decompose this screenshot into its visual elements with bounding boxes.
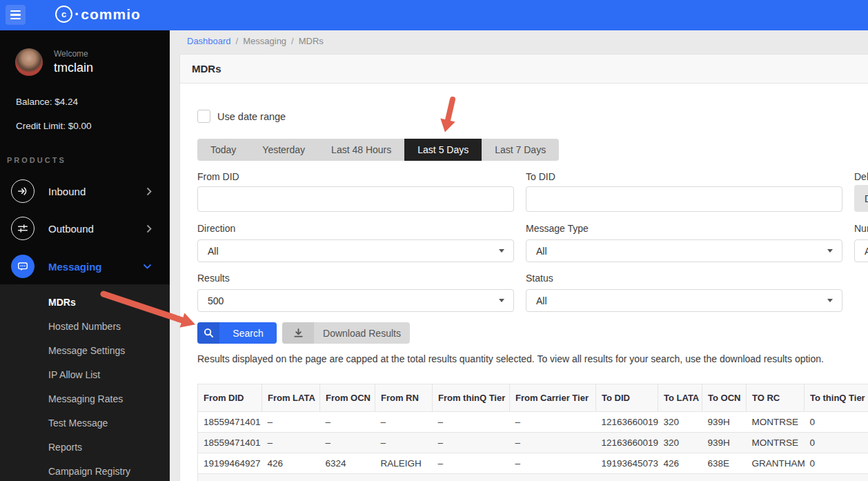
col-from-rn: From RN — [375, 384, 433, 412]
chevron-down-icon — [143, 264, 152, 269]
welcome-label: Welcome — [54, 49, 88, 59]
submenu-item-ip-allow-list[interactable]: IP Allow List — [0, 362, 170, 386]
submenu-item-hosted-numbers[interactable]: Hosted Numbers — [0, 314, 170, 338]
cell: – — [510, 433, 596, 453]
top-navbar: c · commio — [0, 0, 868, 30]
submenu-item-reports[interactable]: Reports — [0, 435, 170, 459]
hamburger-menu-icon[interactable] — [6, 5, 26, 25]
number-select[interactable]: A — [854, 239, 868, 262]
status-value: All — [536, 295, 547, 306]
status-label: Status — [526, 273, 553, 284]
search-icon — [197, 322, 219, 344]
caret-down-icon — [827, 249, 833, 253]
cell: – — [433, 453, 510, 474]
use-date-range-row: Use date range — [197, 110, 286, 123]
breadcrumb-dashboard[interactable]: Dashboard — [187, 36, 231, 46]
chevron-right-icon — [146, 187, 152, 196]
products-section-label: PRODUCTS — [7, 156, 66, 164]
balance-label: Balance: $4.24 — [16, 97, 78, 107]
sidebar-item-messaging[interactable]: Messaging — [0, 254, 170, 279]
col-to-rc: TO RC — [747, 384, 805, 412]
delivery-button[interactable]: D — [854, 185, 868, 212]
submenu-item-messaging-rates[interactable]: Messaging Rates — [0, 386, 170, 411]
cell: 0 — [805, 453, 868, 474]
col-to-lata: To LATA — [658, 384, 702, 412]
use-date-range-label: Use date range — [217, 111, 286, 122]
breadcrumb-mdrs: MDRs — [299, 36, 324, 46]
brand-c-icon: c — [55, 6, 72, 23]
range-button-last-5-days[interactable]: Last 5 Days — [404, 139, 482, 161]
number-value: A — [865, 246, 868, 257]
cell: – — [433, 433, 510, 453]
sidebar-item-outbound[interactable]: Outbound — [0, 216, 170, 241]
cell: – — [433, 412, 510, 433]
search-button-label: Search — [219, 328, 277, 339]
cell: 638E — [702, 453, 747, 474]
results-label: Results — [197, 273, 230, 284]
sidebar-item-label: Outbound — [48, 223, 94, 235]
download-icon — [282, 322, 314, 344]
cell: – — [375, 412, 433, 433]
from-did-input[interactable] — [197, 186, 514, 212]
cell: MONTRSE — [747, 433, 805, 453]
submenu-item-campaign-registry[interactable]: Campaign Registry — [0, 459, 170, 481]
col-from-thinq-tier: From thinQ Tier — [433, 384, 510, 412]
sidebar-item-label: Inbound — [48, 186, 86, 197]
download-results-button[interactable]: Download Results — [282, 322, 410, 344]
col-from-carrier-tier: From Carrier Tier — [510, 384, 596, 412]
range-button-last-48-hours[interactable]: Last 48 Hours — [318, 139, 404, 161]
table-row[interactable]: 18559471401 – – – – – 12163660019 320 93… — [198, 433, 868, 453]
submenu-item-test-message[interactable]: Test Message — [0, 411, 170, 435]
message-type-value: All — [536, 246, 547, 257]
direction-select[interactable]: All — [197, 239, 514, 262]
range-button-today[interactable]: Today — [197, 139, 249, 161]
download-button-label: Download Results — [314, 328, 410, 339]
cell: – — [510, 453, 596, 474]
cell: RALEIGH — [375, 453, 433, 474]
cell: – — [320, 412, 375, 433]
cell: 939H — [702, 412, 747, 433]
table-row[interactable]: 18559471401 – – – – – 12163660019 320 93… — [198, 412, 868, 433]
results-value: 500 — [208, 295, 224, 306]
avatar[interactable] — [15, 48, 43, 76]
outbound-icon — [11, 217, 34, 240]
brand-dot: · — [75, 7, 79, 21]
use-date-range-checkbox[interactable] — [197, 110, 210, 123]
app-root: c · commio Welcome tmclain Balance: $4.2… — [0, 0, 868, 481]
breadcrumb: Dashboard / Messaging / MDRs — [187, 36, 324, 46]
page-title: MDRs — [180, 55, 868, 84]
cell: 18559471401 — [198, 412, 262, 433]
search-button[interactable]: Search — [197, 322, 277, 344]
results-select[interactable]: 500 — [197, 289, 514, 312]
to-did-label: To DID — [526, 171, 555, 182]
col-from-lata: From LATA — [262, 384, 320, 412]
table-row[interactable]: 19199464927 426 6324 RALEIGH – – 1919364… — [198, 453, 868, 474]
cell: – — [510, 412, 596, 433]
inbound-icon — [11, 179, 34, 203]
col-to-thinq-tier: To thinQ Tier — [805, 384, 868, 412]
submenu-item-message-settings[interactable]: Message Settings — [0, 338, 170, 362]
col-from-did: From DID — [198, 384, 262, 412]
from-did-label: From DID — [197, 171, 239, 182]
date-range-button-group: Today Yesterday Last 48 Hours Last 5 Day… — [197, 139, 559, 161]
to-did-input[interactable] — [526, 186, 842, 212]
breadcrumb-messaging: Messaging — [243, 36, 286, 46]
submenu-item-mdrs[interactable]: MDRs — [0, 290, 170, 314]
table-header-row: From DID From LATA From OCN From RN From… — [198, 384, 868, 412]
breadcrumb-separator: / — [291, 36, 294, 46]
brand-logo[interactable]: c · commio — [55, 6, 141, 23]
cell: – — [262, 433, 320, 453]
message-type-label: Message Type — [526, 223, 589, 234]
status-select[interactable]: All — [526, 289, 842, 312]
range-button-yesterday[interactable]: Yesterday — [249, 139, 318, 161]
cell: – — [262, 412, 320, 433]
range-button-last-7-days[interactable]: Last 7 Days — [482, 139, 559, 161]
sidebar-item-inbound[interactable]: Inbound — [0, 179, 170, 204]
col-to-did: To DID — [596, 384, 658, 412]
cell: 320 — [658, 412, 702, 433]
mdrs-card: MDRs Use date range Today Yesterday Last… — [179, 54, 868, 481]
cell: MONTRSE — [747, 412, 805, 433]
message-type-select[interactable]: All — [526, 239, 842, 262]
cell: 426 — [262, 453, 320, 474]
sidebar: Welcome tmclain Balance: $4.24 Credit Li… — [0, 30, 170, 481]
